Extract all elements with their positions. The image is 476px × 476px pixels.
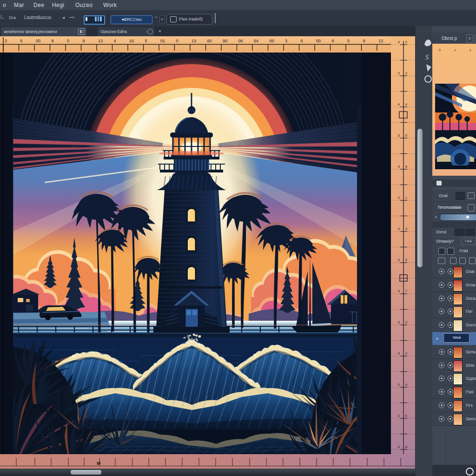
svg-text:3: 3 xyxy=(5,39,7,43)
svg-text:60: 60 xyxy=(207,39,212,43)
svg-text:0: 0 xyxy=(347,39,350,43)
svg-text:0: 0 xyxy=(405,40,407,44)
svg-text:9: 9 xyxy=(332,39,334,43)
svg-text:8: 8 xyxy=(405,165,407,168)
svg-text:0: 0 xyxy=(67,39,69,43)
svg-text:9: 9 xyxy=(398,227,400,231)
svg-text:5: 5 xyxy=(145,39,147,43)
svg-text:0: 0 xyxy=(398,383,400,386)
svg-text:9: 9 xyxy=(363,39,365,43)
svg-text:1: 1 xyxy=(405,196,407,199)
svg-text:13: 13 xyxy=(192,39,196,43)
svg-text:0: 0 xyxy=(398,72,400,75)
svg-text:6: 6 xyxy=(398,134,400,137)
svg-text:0: 0 xyxy=(398,196,400,199)
svg-text:ʌ: ʌ xyxy=(469,48,471,52)
svg-text:4: 4 xyxy=(405,103,407,106)
svg-text:00: 00 xyxy=(270,39,274,43)
svg-text:06: 06 xyxy=(238,39,243,43)
svg-text:0: 0 xyxy=(405,321,407,324)
svg-text:00: 00 xyxy=(316,39,321,43)
svg-text:19: 19 xyxy=(97,462,100,465)
svg-text:6: 6 xyxy=(405,134,407,137)
svg-text:9: 9 xyxy=(52,39,54,43)
svg-text:6: 6 xyxy=(398,445,400,449)
svg-text:8: 8 xyxy=(405,445,407,449)
svg-text:90: 90 xyxy=(223,39,227,43)
svg-text:13: 13 xyxy=(98,39,103,43)
svg-text:7: 7 xyxy=(405,290,407,293)
svg-text:01: 01 xyxy=(160,39,165,43)
svg-text:9: 9 xyxy=(398,165,400,168)
svg-text:64: 64 xyxy=(254,39,258,43)
svg-text:6: 6 xyxy=(398,40,400,44)
svg-text:16: 16 xyxy=(129,39,134,43)
svg-text:6: 6 xyxy=(398,321,400,324)
svg-text:9: 9 xyxy=(83,39,85,43)
svg-text:2: 2 xyxy=(405,72,407,75)
svg-text:2: 2 xyxy=(405,352,407,355)
svg-text:13: 13 xyxy=(378,39,383,43)
svg-text:4: 4 xyxy=(405,383,407,386)
svg-text:3: 3 xyxy=(405,227,407,231)
svg-text:6: 6 xyxy=(301,39,303,43)
svg-text:3: 3 xyxy=(285,39,287,43)
svg-text:S: S xyxy=(425,54,429,61)
svg-text:6: 6 xyxy=(398,258,400,262)
svg-text:0: 0 xyxy=(398,414,400,417)
svg-text:9: 9 xyxy=(398,290,400,293)
svg-text:0: 0 xyxy=(439,48,441,52)
svg-text:5: 5 xyxy=(405,258,407,262)
svg-text:ʌ: ʌ xyxy=(454,48,456,52)
svg-text:0: 0 xyxy=(176,39,178,43)
svg-text:6: 6 xyxy=(20,39,23,43)
svg-text:4: 4 xyxy=(398,103,400,106)
svg-text:4: 4 xyxy=(114,39,116,43)
svg-text:6: 6 xyxy=(405,414,407,417)
svg-text:9: 9 xyxy=(398,352,400,355)
svg-text:00: 00 xyxy=(36,39,40,43)
